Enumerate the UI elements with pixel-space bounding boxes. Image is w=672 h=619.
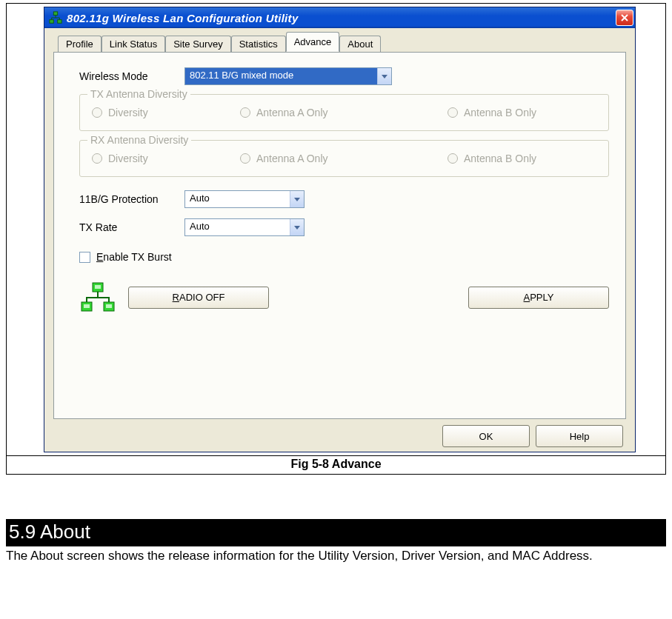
- tab-about[interactable]: About: [339, 36, 381, 53]
- client-area: Profile Link Status Site Survey Statisti…: [44, 28, 635, 452]
- bottom-button-row: RADIO OFF APPLY: [79, 281, 609, 314]
- radio-label: Antenna A Only: [256, 153, 328, 164]
- radio-icon: [448, 107, 458, 118]
- section-body: The About screen shows the release infor…: [6, 548, 666, 563]
- section-heading: 5.9 About: [6, 519, 92, 546]
- protection-select[interactable]: Auto: [184, 190, 305, 208]
- svg-rect-6: [95, 285, 101, 289]
- radio-label: Antenna B Only: [464, 153, 536, 164]
- network-app-icon: [49, 11, 62, 24]
- tx-radio-antenna-a: Antenna A Only: [240, 105, 448, 120]
- wireless-mode-label: Wireless Mode: [79, 70, 184, 82]
- rx-radio-antenna-b: Antenna B Only: [448, 151, 596, 166]
- wireless-mode-select[interactable]: 802.11 B/G mixed mode: [184, 67, 392, 85]
- svg-rect-8: [106, 304, 112, 308]
- dropdown-arrow-icon[interactable]: [290, 191, 304, 207]
- close-button[interactable]: [616, 10, 633, 26]
- txrate-select[interactable]: Auto: [184, 218, 305, 236]
- help-button[interactable]: Help: [536, 425, 623, 447]
- tab-link-status[interactable]: Link Status: [102, 36, 165, 53]
- tx-radio-row: Diversity Antenna A Only Antenna B Only: [92, 105, 596, 120]
- enable-tx-burst-label: Enable TX Burst: [96, 251, 172, 263]
- dialog-button-row: OK Help: [53, 425, 626, 447]
- radio-label: Antenna A Only: [256, 107, 328, 118]
- figure-caption: Fig 5-8 Advance: [6, 456, 666, 475]
- tx-radio-diversity: Diversity: [92, 105, 240, 120]
- wireless-mode-row: Wireless Mode 802.11 B/G mixed mode: [79, 67, 609, 85]
- tab-profile[interactable]: Profile: [58, 36, 102, 53]
- apply-button[interactable]: APPLY: [468, 287, 609, 309]
- dropdown-arrow-icon[interactable]: [290, 219, 304, 235]
- tab-statistics[interactable]: Statistics: [231, 36, 286, 53]
- protection-row: 11B/G Protection Auto: [79, 190, 609, 208]
- radio-icon: [240, 107, 250, 118]
- tabstrip: Profile Link Status Site Survey Statisti…: [58, 34, 626, 52]
- section-heading-bar: 5.9 About: [6, 519, 666, 546]
- tab-advance[interactable]: Advance: [286, 32, 340, 52]
- protection-value: Auto: [185, 191, 290, 207]
- dropdown-arrow-icon[interactable]: [377, 68, 391, 84]
- rx-antenna-group: RX Antenna Diversity Diversity Antenna A…: [79, 140, 609, 177]
- rx-radio-diversity: Diversity: [92, 151, 240, 166]
- radio-icon: [92, 107, 102, 118]
- close-icon: [621, 13, 628, 24]
- svg-rect-2: [58, 20, 61, 24]
- rx-radio-row: Diversity Antenna A Only Antenna B Only: [92, 151, 596, 166]
- checkbox-icon: [79, 252, 90, 263]
- ok-button[interactable]: OK: [442, 425, 530, 447]
- txrate-value: Auto: [185, 219, 290, 235]
- rx-antenna-legend: RX Antenna Diversity: [87, 134, 191, 146]
- figure-cell: 802.11g Wireless Lan Configuration Utili…: [6, 3, 666, 456]
- svg-rect-7: [84, 304, 90, 308]
- tx-antenna-group: TX Antenna Diversity Diversity Antenna A…: [79, 94, 609, 131]
- enable-tx-burst-checkbox[interactable]: Enable TX Burst: [79, 251, 172, 263]
- tab-site-survey[interactable]: Site Survey: [165, 36, 230, 53]
- radio-icon: [92, 153, 102, 164]
- tx-radio-antenna-b: Antenna B Only: [448, 105, 596, 120]
- radio-label: Antenna B Only: [464, 107, 536, 118]
- txrate-row: TX Rate Auto: [79, 218, 609, 236]
- radio-icon: [240, 153, 250, 164]
- titlebar: 802.11g Wireless Lan Configuration Utili…: [44, 7, 635, 28]
- radio-icon: [448, 153, 458, 164]
- radio-label: Diversity: [108, 153, 148, 164]
- svg-rect-1: [50, 20, 53, 24]
- window-title: 802.11g Wireless Lan Configuration Utili…: [67, 12, 616, 24]
- rx-radio-antenna-a: Antenna A Only: [240, 151, 448, 166]
- radio-off-button[interactable]: RADIO OFF: [128, 287, 269, 309]
- wireless-mode-value: 802.11 B/G mixed mode: [185, 68, 377, 84]
- advance-panel: Wireless Mode 802.11 B/G mixed mode TX A…: [53, 52, 626, 419]
- button-label: APPLY: [524, 292, 554, 303]
- app-window: 802.11g Wireless Lan Configuration Utili…: [44, 7, 636, 452]
- tx-antenna-legend: TX Antenna Diversity: [87, 88, 190, 100]
- svg-rect-0: [53, 12, 57, 16]
- protection-label: 11B/G Protection: [79, 193, 184, 205]
- network-status-icon: [79, 281, 116, 314]
- radio-label: Diversity: [108, 107, 148, 118]
- button-label: RADIO OFF: [173, 292, 225, 303]
- txrate-label: TX Rate: [79, 221, 184, 233]
